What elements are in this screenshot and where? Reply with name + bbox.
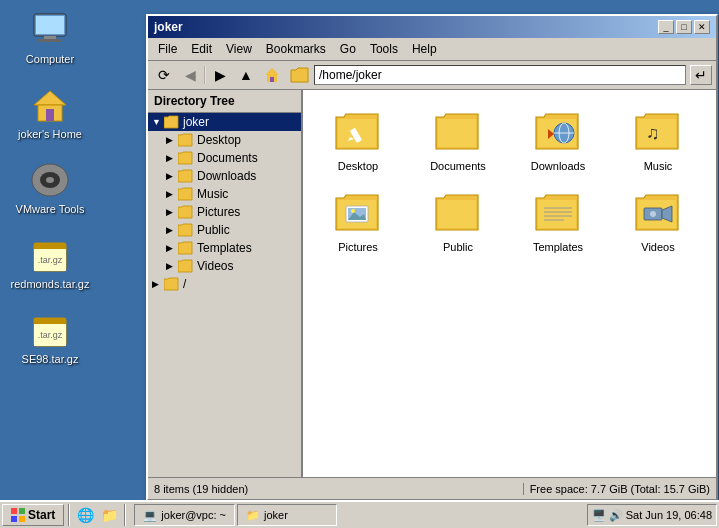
tray-volume-icon: 🔊 xyxy=(609,509,623,522)
tree-label-joker: joker xyxy=(183,115,209,129)
tree-item-downloads[interactable]: ▶ Downloads xyxy=(162,167,301,185)
taskbar-app-joker[interactable]: 📁 joker xyxy=(237,504,337,526)
menu-edit[interactable]: Edit xyxy=(185,40,218,58)
svg-rect-48 xyxy=(19,508,25,514)
desktop-icon-redmonds[interactable]: .tar.gz redmonds.tar.gz xyxy=(10,235,90,290)
file-icon-pictures xyxy=(334,190,382,238)
toolbar-back-button[interactable]: ◀ xyxy=(178,64,202,86)
tree-label-pictures: Pictures xyxy=(197,205,240,219)
menu-file[interactable]: File xyxy=(152,40,183,58)
file-item-desktop[interactable]: Desktop xyxy=(318,105,398,176)
tree-item-templates[interactable]: ▶ Templates xyxy=(162,239,301,257)
tree-folder-icon-pictures xyxy=(178,205,194,219)
joker-app-icon: 📁 xyxy=(246,509,260,522)
desktop-icon-home[interactable]: joker's Home xyxy=(10,85,90,140)
desktop-icon-se98[interactable]: .tar.gz SE98.tar.gz xyxy=(10,310,90,365)
file-item-music[interactable]: ♫ Music xyxy=(618,105,698,176)
tree-folder-icon-downloads xyxy=(178,169,194,183)
tree-item-public[interactable]: ▶ Public xyxy=(162,221,301,239)
main-content: Directory Tree ▼ joker ▶ Deskto xyxy=(148,90,716,483)
menu-bookmarks[interactable]: Bookmarks xyxy=(260,40,332,58)
tray-time: Sat Jun 19, 06:48 xyxy=(626,509,712,521)
toolbar-reload-button[interactable]: ⟳ xyxy=(152,64,176,86)
tree-item-videos[interactable]: ▶ Videos xyxy=(162,257,301,275)
status-bar: 8 items (19 hidden) Free space: 7.7 GiB … xyxy=(148,477,716,499)
tree-label-downloads: Downloads xyxy=(197,169,256,183)
file-item-public[interactable]: Public xyxy=(418,186,498,257)
tree-item-joker[interactable]: ▼ joker xyxy=(148,113,301,131)
address-folder-icon xyxy=(290,66,310,84)
se98-label: SE98.tar.gz xyxy=(22,353,79,365)
tree-item-pictures[interactable]: ▶ Pictures xyxy=(162,203,301,221)
file-icon-videos xyxy=(634,190,682,238)
tree-item-root[interactable]: ▶ / xyxy=(148,275,301,293)
window-title: joker xyxy=(154,20,183,34)
menu-tools[interactable]: Tools xyxy=(364,40,404,58)
tree-folder-icon-templates xyxy=(178,241,194,255)
svg-point-46 xyxy=(650,211,656,217)
tree-children-joker: ▶ Desktop ▶ Documents ▶ xyxy=(148,131,301,275)
tree-item-music[interactable]: ▶ Music xyxy=(162,185,301,203)
redmonds-label: redmonds.tar.gz xyxy=(11,278,90,290)
file-item-templates[interactable]: Templates xyxy=(518,186,598,257)
taskbar-app-terminal[interactable]: 💻 joker@vpc: ~ xyxy=(134,504,235,526)
status-free-space: Free space: 7.7 GiB (Total: 15.7 GiB) xyxy=(524,483,716,495)
desktop-icon-computer[interactable]: Computer xyxy=(10,10,90,65)
start-button[interactable]: Start xyxy=(2,504,64,526)
svg-text:.tar.gz: .tar.gz xyxy=(38,255,63,265)
menu-go[interactable]: Go xyxy=(334,40,362,58)
menu-help[interactable]: Help xyxy=(406,40,443,58)
computer-label: Computer xyxy=(26,53,74,65)
minimize-button[interactable]: _ xyxy=(658,20,674,34)
toolbar-up-button[interactable]: ▲ xyxy=(234,64,258,86)
svg-rect-3 xyxy=(38,39,62,42)
file-manager-window: joker _ □ ✕ File Edit View Bookmarks Go … xyxy=(146,14,718,501)
quicklaunch-ie[interactable]: 🌐 xyxy=(74,504,96,526)
redmonds-icon: .tar.gz xyxy=(30,235,70,275)
tree-arrow-templates: ▶ xyxy=(166,243,178,253)
svg-rect-15 xyxy=(34,318,66,324)
address-go-button[interactable]: ↵ xyxy=(690,65,712,85)
file-label-public: Public xyxy=(443,241,473,253)
svg-text:♫: ♫ xyxy=(646,123,660,143)
file-label-downloads: Downloads xyxy=(531,160,585,172)
start-windows-icon xyxy=(11,508,25,522)
tree-folder-icon-public xyxy=(178,223,194,237)
file-icon-desktop xyxy=(334,109,382,157)
tree-item-desktop[interactable]: ▶ Desktop xyxy=(162,131,301,149)
computer-icon xyxy=(30,10,70,50)
svg-text:.tar.gz: .tar.gz xyxy=(38,330,63,340)
address-input[interactable] xyxy=(314,65,686,85)
directory-tree-header: Directory Tree xyxy=(148,90,301,113)
svg-rect-50 xyxy=(19,516,25,522)
file-label-documents: Documents xyxy=(430,160,486,172)
menu-bar: File Edit View Bookmarks Go Tools Help xyxy=(148,38,716,61)
tree-arrow-joker: ▼ xyxy=(152,117,164,127)
file-label-desktop: Desktop xyxy=(338,160,378,172)
tree-folder-icon-joker xyxy=(164,115,180,129)
desktop-icon-vmware[interactable]: VMware Tools xyxy=(10,160,90,215)
tree-arrow-pictures: ▶ xyxy=(166,207,178,217)
file-label-videos: Videos xyxy=(641,241,674,253)
file-item-videos[interactable]: Videos xyxy=(618,186,698,257)
maximize-button[interactable]: □ xyxy=(676,20,692,34)
address-bar: ↵ xyxy=(290,65,712,85)
svg-marker-4 xyxy=(34,91,66,105)
taskbar-divider-2 xyxy=(124,504,126,526)
quicklaunch-folder[interactable]: 📁 xyxy=(98,504,120,526)
toolbar-forward-button[interactable]: ▶ xyxy=(208,64,232,86)
menu-view[interactable]: View xyxy=(220,40,258,58)
tree-item-documents[interactable]: ▶ Documents xyxy=(162,149,301,167)
close-button[interactable]: ✕ xyxy=(694,20,710,34)
svg-rect-1 xyxy=(36,16,64,34)
file-icon-documents xyxy=(434,109,482,157)
toolbar-home-button[interactable] xyxy=(260,64,284,86)
svg-marker-18 xyxy=(265,68,279,75)
taskbar-divider-1 xyxy=(68,504,70,526)
file-item-documents[interactable]: Documents xyxy=(418,105,498,176)
vmware-label: VMware Tools xyxy=(16,203,85,215)
file-item-pictures[interactable]: Pictures xyxy=(318,186,398,257)
tree-label-desktop: Desktop xyxy=(197,133,241,147)
status-items-count: 8 items (19 hidden) xyxy=(148,483,524,495)
file-item-downloads[interactable]: Downloads xyxy=(518,105,598,176)
